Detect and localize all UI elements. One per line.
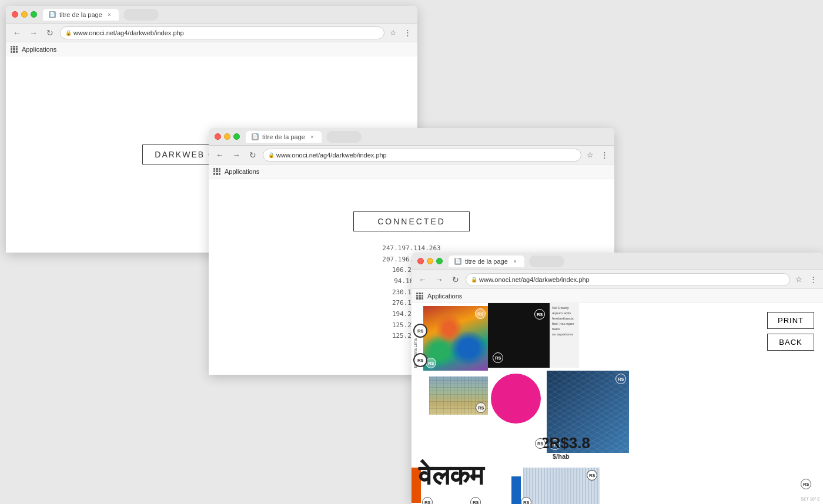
toolbar-3: ← → ↻ 🔒 www.onoci.net/ag4/darkweb/index.…	[412, 270, 823, 289]
rs-badge-bottom3: R$	[521, 497, 531, 504]
applications-bookmark-3[interactable]: Applications	[416, 293, 462, 300]
text-panel-right: Sol Dewey aquum actisfereboribusdafied, …	[550, 303, 579, 368]
collage-container: Barcellona Lima R$ R$ R$ R$ Sol Dewey aq…	[412, 303, 823, 504]
forward-btn-2[interactable]: →	[230, 149, 243, 162]
star-icon-3[interactable]: ☆	[794, 274, 804, 285]
browser-tab-3[interactable]: 📄 titre de la page ×	[449, 256, 524, 267]
maximize-button-2[interactable]	[233, 133, 240, 140]
traffic-lights-3	[417, 258, 443, 264]
rs-badge-black: R$	[534, 309, 545, 320]
devanagari-display: वेलकम	[419, 463, 484, 489]
magenta-circle	[491, 374, 541, 424]
rs-badge-circle-left2: R$	[413, 353, 427, 367]
blue-stripe	[511, 476, 521, 504]
applications-label-2: Applications	[225, 168, 259, 175]
grid-icon-1	[11, 46, 18, 53]
rs-badge-black2: R$	[493, 352, 503, 363]
peacock-tile: R$ R$	[423, 306, 488, 371]
menu-icon-3[interactable]: ⋮	[808, 274, 818, 285]
toolbar-1: ← → ↻ 🔒 www.onoci.net/ag4/darkweb/index.…	[6, 23, 417, 42]
applications-label-1: Applications	[22, 46, 56, 53]
address-bar-1[interactable]: 🔒 www.onoci.net/ag4/darkweb/index.php	[60, 26, 384, 39]
per-hab-display: $/hab	[553, 453, 570, 460]
url-text-1: www.onoci.net/ag4/darkweb/index.php	[73, 29, 184, 36]
applications-bookmark-1[interactable]: Applications	[11, 46, 56, 53]
refresh-btn-1[interactable]: ↻	[44, 26, 56, 39]
back-btn-3[interactable]: ←	[416, 273, 429, 286]
titlebar-3: 📄 titre de la page ×	[412, 253, 823, 270]
tab-close-2[interactable]: ×	[309, 133, 316, 140]
menu-icon-1[interactable]: ⋮	[402, 28, 413, 38]
rs-badge-1: R$	[475, 308, 486, 319]
address-bar-3[interactable]: 🔒 www.onoci.net/ag4/darkweb/index.php	[466, 273, 790, 286]
new-tab-area-1	[123, 9, 159, 21]
browser-window-3: 📄 titre de la page × ← → ↻ 🔒 www.onoci.n…	[412, 253, 823, 504]
refresh-btn-3[interactable]: ↻	[449, 273, 462, 286]
minimize-button-1[interactable]	[21, 11, 28, 18]
new-tab-area-2	[326, 131, 362, 143]
lock-icon-1: 🔒	[65, 30, 71, 36]
tab-title-3: titre de la page	[465, 258, 508, 265]
black-tile: R$ R$	[488, 303, 550, 368]
landscape-tile2: R$	[429, 377, 488, 415]
bookmarks-bar-3: Applications	[412, 289, 823, 303]
rs-badge-blue: R$	[615, 374, 626, 384]
lock-icon-2: 🔒	[268, 152, 274, 158]
tab-title-2: titre de la page	[262, 133, 305, 140]
new-tab-area-3	[529, 256, 564, 267]
maximize-button-3[interactable]	[436, 258, 443, 264]
favicon-icon-2: 📄	[252, 133, 259, 140]
star-icon-2[interactable]: ☆	[585, 150, 595, 160]
titlebar-2: 📄 titre de la page ×	[209, 128, 614, 146]
rs-badge-circle-left: R$	[413, 324, 427, 338]
rs-badge-bottom4: R$	[801, 479, 811, 489]
back-btn-1[interactable]: ←	[11, 26, 24, 39]
star-icon-1[interactable]: ☆	[388, 28, 399, 38]
minimize-button-3[interactable]	[427, 258, 433, 264]
favicon-icon-3: 📄	[454, 258, 461, 265]
rs-badge-price: R$	[535, 438, 546, 449]
print-button[interactable]: PRINT	[767, 312, 814, 329]
forward-btn-1[interactable]: →	[27, 26, 40, 39]
url-text-2: www.onoci.net/ag4/darkweb/index.php	[276, 152, 387, 159]
tab-close-3[interactable]: ×	[511, 258, 518, 265]
minimize-button-2[interactable]	[224, 133, 230, 140]
bookmarks-bar-2: Applications	[209, 164, 614, 179]
traffic-lights-1	[12, 11, 37, 18]
lock-icon-3: 🔒	[471, 277, 477, 283]
close-button-2[interactable]	[215, 133, 221, 140]
rs-badge-bottom1: R$	[422, 497, 433, 504]
connected-button[interactable]: CONNECTED	[353, 211, 470, 231]
applications-label-3: Applications	[427, 293, 462, 300]
grid-icon-2	[213, 168, 220, 175]
toolbar-2: ← → ↻ 🔒 www.onoci.net/ag4/darkweb/index.…	[209, 146, 614, 164]
grid-icon-3	[416, 293, 423, 300]
tab-close-1[interactable]: ×	[106, 11, 113, 18]
traffic-lights-2	[215, 133, 240, 140]
browser-tab-1[interactable]: 📄 titre de la page ×	[43, 9, 119, 21]
titlebar-1: 📄 titre de la page ×	[6, 6, 417, 23]
maximize-button-1[interactable]	[31, 11, 37, 18]
close-button-3[interactable]	[417, 258, 424, 264]
bookmarks-bar-1: Applications	[6, 42, 417, 56]
address-bar-2[interactable]: 🔒 www.onoci.net/ag4/darkweb/index.php	[263, 149, 581, 162]
url-text-3: www.onoci.net/ag4/darkweb/index.php	[479, 276, 590, 283]
menu-icon-2[interactable]: ⋮	[599, 150, 610, 160]
bottom-textile: R$	[523, 468, 600, 504]
rs-badge-bottom2: R$	[470, 497, 481, 504]
tab-title-1: titre de la page	[59, 11, 102, 18]
refresh-btn-2[interactable]: ↻	[246, 149, 259, 162]
favicon-icon-1: 📄	[49, 11, 56, 18]
content-3: Barcellona Lima R$ R$ R$ R$ Sol Dewey aq…	[412, 303, 823, 504]
back-button[interactable]: BACK	[767, 334, 814, 351]
close-button-1[interactable]	[12, 11, 18, 18]
price-display: 2R$3.8	[541, 435, 590, 451]
print-back-panel: PRINT BACK	[758, 303, 823, 359]
browser-tab-2[interactable]: 📄 titre de la page ×	[246, 131, 322, 143]
rs-badge-landscape: R$	[476, 402, 486, 413]
rs-badge-textile: R$	[587, 470, 597, 481]
coordinates-text: SET 10° E	[801, 497, 820, 501]
forward-btn-3[interactable]: →	[433, 273, 446, 286]
applications-bookmark-2[interactable]: Applications	[213, 168, 259, 175]
back-btn-2[interactable]: ←	[213, 149, 226, 162]
